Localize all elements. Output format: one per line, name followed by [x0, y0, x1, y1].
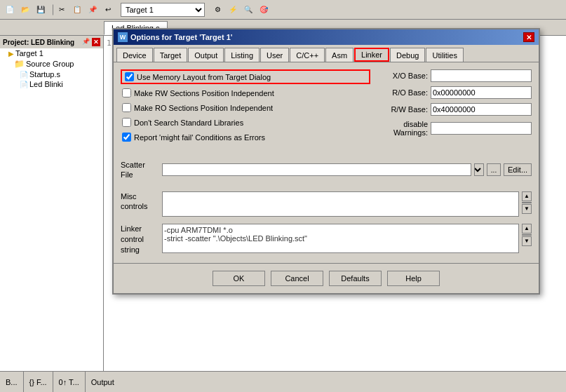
tab-linker-label: Linker: [361, 50, 382, 59]
dialog-content: Use Memory Layout from Target Dialog Mak…: [114, 62, 539, 263]
linker-control-section: Linker control string -cpu ARM7TDMI *.o …: [121, 224, 532, 256]
disable-warnings-label: disable Warnings:: [377, 120, 428, 137]
linker-scrollbar: ▲ ▼: [522, 224, 532, 246]
tab-output-label: Output: [194, 51, 217, 60]
linker-line2: -strict -scatter ".\Objects\LED Blinking…: [164, 234, 517, 243]
make-rw-row: Make RW Sections Position Independent: [121, 87, 370, 99]
defaults-button[interactable]: Defaults: [329, 271, 382, 286]
misc-scrollbar: ▲ ▼: [522, 191, 532, 214]
make-ro-label: Make RO Sections Position Independent: [134, 104, 273, 112]
scatter-browse-icon: ...: [491, 166, 497, 174]
tab-device-label: Device: [123, 51, 147, 60]
xo-base-label: X/O Base:: [377, 72, 428, 80]
make-ro-checkbox[interactable]: [122, 103, 131, 112]
ok-label: OK: [234, 274, 245, 283]
scatter-file-section: Scatter File ... Edit...: [121, 160, 532, 180]
misc-controls-label: Misc controls: [121, 191, 159, 212]
rw-base-row: R/W Base:: [377, 103, 532, 116]
use-memory-layout-checkbox[interactable]: [125, 72, 134, 81]
tab-target-label: Target: [160, 51, 182, 60]
misc-scroll-track[interactable]: [522, 202, 532, 203]
misc-controls-textarea[interactable]: [162, 191, 519, 217]
modal-overlay: W Options for Target 'Target 1' ✕ Device…: [0, 0, 566, 392]
misc-scroll-down[interactable]: ▼: [522, 204, 532, 214]
scatter-edit-label: Edit...: [508, 165, 527, 174]
rw-base-label: R/W Base:: [377, 105, 428, 114]
tab-linker[interactable]: Linker: [354, 48, 389, 62]
use-memory-layout-label: Use Memory Layout from Target Dialog: [137, 73, 271, 81]
scatter-file-label: Scatter File: [121, 160, 159, 180]
tab-asm-label: Asm: [332, 51, 347, 60]
linker-control-label: Linker control string: [121, 224, 159, 256]
tab-user[interactable]: User: [260, 48, 289, 62]
linker-line1: -cpu ARM7TDMI *.o: [164, 226, 517, 234]
tab-listing[interactable]: Listing: [224, 48, 260, 62]
tab-asm[interactable]: Asm: [325, 48, 353, 62]
ro-base-input[interactable]: [431, 86, 532, 99]
misc-scroll-up[interactable]: ▲: [522, 191, 532, 201]
disable-warnings-input[interactable]: [431, 122, 532, 135]
help-button[interactable]: Help: [387, 271, 440, 286]
help-label: Help: [405, 274, 422, 283]
dialog-window-icon: W: [118, 32, 128, 42]
cancel-button[interactable]: Cancel: [271, 271, 323, 286]
xo-base-input[interactable]: [431, 69, 532, 82]
report-conditions-label: Report 'might fail' Conditions as Errors: [134, 133, 265, 142]
scatter-browse-button[interactable]: ...: [487, 163, 501, 176]
tab-user-label: User: [267, 51, 283, 60]
linker-scroll-track[interactable]: [522, 234, 532, 236]
tab-device[interactable]: Device: [116, 48, 153, 62]
linker-scroll-down[interactable]: ▼: [522, 236, 532, 246]
scatter-dropdown[interactable]: [474, 163, 484, 176]
dialog-title-text: Options for Target 'Target 1': [130, 33, 232, 41]
dialog-columns: Use Memory Layout from Target Dialog Mak…: [121, 69, 532, 146]
make-ro-row: Make RO Sections Position Independent: [121, 102, 370, 114]
dialog-close-button[interactable]: ✕: [523, 32, 534, 42]
options-dialog: W Options for Target 'Target 1' ✕ Device…: [112, 28, 540, 295]
tab-output[interactable]: Output: [188, 48, 224, 62]
tab-cpp[interactable]: C/C++: [290, 48, 325, 62]
tab-debug[interactable]: Debug: [390, 48, 425, 62]
tab-utilities-label: Utilities: [432, 51, 457, 60]
ro-base-row: R/O Base:: [377, 86, 532, 99]
ro-base-label: R/O Base:: [377, 88, 428, 97]
cancel-label: Cancel: [285, 274, 309, 283]
tab-debug-label: Debug: [396, 51, 419, 60]
scatter-edit-button[interactable]: Edit...: [504, 163, 532, 176]
defaults-label: Defaults: [341, 274, 369, 283]
tab-utilities[interactable]: Utilities: [426, 48, 463, 62]
dont-search-checkbox[interactable]: [122, 118, 131, 127]
rw-base-input[interactable]: [431, 103, 532, 116]
dialog-right-column: X/O Base: R/O Base: R/W Base: di: [377, 69, 532, 146]
report-conditions-checkbox[interactable]: [122, 133, 131, 142]
tab-target[interactable]: Target: [154, 48, 188, 62]
disable-warnings-row: disable Warnings:: [377, 120, 532, 137]
make-rw-checkbox[interactable]: [122, 88, 131, 97]
dont-search-row: Don't Search Standard Libraries: [121, 116, 370, 128]
dont-search-label: Don't Search Standard Libraries: [134, 119, 243, 127]
ide-background: 📄 📂 💾 ✂ 📋 📌 ↩ Target 1 ⚙ ⚡ 🔍 🎯 Led Blink…: [0, 0, 566, 392]
report-conditions-row: Report 'might fail' Conditions as Errors: [121, 131, 370, 143]
dialog-titlebar: W Options for Target 'Target 1' ✕: [114, 29, 539, 45]
xo-base-row: X/O Base:: [377, 69, 532, 82]
linker-scroll-up[interactable]: ▲: [522, 224, 532, 234]
dialog-button-bar: OK Cancel Defaults Help: [114, 263, 539, 293]
dialog-tabbar: Device Target Output Listing User C/C++: [114, 45, 539, 62]
tab-cpp-label: C/C++: [296, 51, 318, 60]
scatter-file-input[interactable]: [162, 163, 471, 176]
make-rw-label: Make RW Sections Position Independent: [134, 89, 274, 97]
use-memory-layout-row: Use Memory Layout from Target Dialog: [121, 69, 370, 84]
tab-listing-label: Listing: [231, 51, 253, 60]
dialog-left-column: Use Memory Layout from Target Dialog Mak…: [121, 69, 370, 146]
linker-control-content: -cpu ARM7TDMI *.o -strict -scatter ".\Ob…: [162, 224, 519, 253]
misc-controls-section: Misc controls ▲ ▼: [121, 191, 532, 217]
ok-button[interactable]: OK: [213, 271, 265, 286]
